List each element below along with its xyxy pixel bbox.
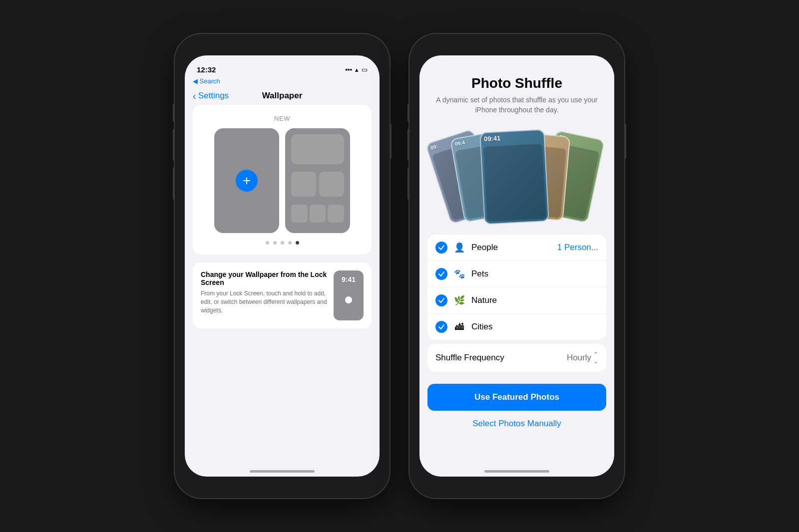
home-indicator-2	[484, 470, 549, 473]
plus-icon: +	[243, 173, 251, 189]
frequency-row[interactable]: Shuffle Frequency Hourly ⌃⌄	[427, 344, 606, 372]
page-dots	[201, 241, 364, 245]
home-indicator	[250, 470, 315, 473]
wallpaper-preview: +	[201, 128, 364, 233]
phone-1: 12:32 ▪▪▪ ▴ ▭ ◀ Search ‹ Settings Wallpa…	[175, 34, 390, 498]
nature-label: Nature	[471, 295, 598, 305]
tip-dot	[345, 296, 352, 303]
mute-button[interactable]	[173, 104, 175, 122]
volume-down-button[interactable]	[173, 168, 175, 200]
back-arrow-icon: ◀	[193, 77, 198, 85]
power-button-2[interactable]	[624, 124, 626, 159]
notch-2	[479, 34, 554, 49]
wallpaper-content: NEW +	[185, 105, 380, 328]
power-button[interactable]	[390, 124, 392, 159]
dot-5[interactable]	[296, 241, 299, 245]
people-label: People	[471, 243, 551, 253]
volume-up-button-2[interactable]	[407, 129, 409, 161]
wifi-icon: ▴	[355, 66, 359, 73]
notch-1	[245, 34, 320, 49]
select-photos-link[interactable]: Select Photos Manually	[419, 415, 614, 439]
dot-3[interactable]	[281, 241, 284, 245]
search-back[interactable]: ◀ Search	[185, 77, 380, 87]
wallpaper-card: NEW +	[193, 105, 372, 255]
home-screen-thumb	[285, 128, 350, 233]
list-item-cities[interactable]: 🏙 Cities	[427, 314, 606, 340]
widget-mid-left	[291, 172, 316, 197]
cities-icon: 🏙	[453, 322, 465, 332]
list-item-pets[interactable]: 🐾 Pets	[427, 261, 606, 287]
new-label: NEW	[201, 115, 364, 122]
shuffle-subtitle: A dynamic set of photos that shuffle as …	[431, 95, 602, 115]
pets-label: Pets	[471, 269, 598, 279]
tip-body: From your Lock Screen, touch and hold to…	[201, 289, 328, 314]
shuffle-photos: 09: 09:4 09:41 9:41	[419, 127, 614, 227]
frequency-text: Hourly	[567, 353, 591, 363]
widget-top	[291, 134, 344, 164]
check-people[interactable]	[435, 242, 447, 254]
status-icons: ▪▪▪ ▴ ▭	[345, 66, 368, 73]
shuffle-screen: Photo Shuffle A dynamic set of photos th…	[419, 55, 614, 477]
check-pets[interactable]	[435, 268, 447, 280]
screen-1: 12:32 ▪▪▪ ▴ ▭ ◀ Search ‹ Settings Wallpa…	[185, 55, 380, 477]
battery-icon: ▭	[362, 66, 368, 73]
frequency-label: Shuffle Frequency	[435, 353, 504, 363]
check-cities[interactable]	[435, 321, 447, 333]
page-title: Wallpaper	[262, 91, 303, 101]
cities-label: Cities	[471, 322, 598, 332]
tip-title: Change your Wallpaper from the Lock Scre…	[201, 270, 328, 286]
photo-card-3: 09:41	[479, 129, 549, 225]
photo-blob-3	[483, 144, 546, 222]
tip-time: 9:41	[342, 275, 356, 283]
signal-icon: ▪▪▪	[345, 66, 352, 73]
tip-text: Change your Wallpaper from the Lock Scre…	[201, 270, 328, 314]
back-label: Settings	[198, 91, 229, 101]
check-nature[interactable]	[435, 294, 447, 306]
list-item-people[interactable]: 👤 People 1 Person...	[427, 235, 606, 261]
frequency-value: Hourly ⌃⌄	[567, 351, 598, 365]
status-time: 12:32	[197, 65, 216, 74]
categories-list: 👤 People 1 Person... 🐾 Pets	[427, 235, 606, 340]
widget-mid	[291, 172, 344, 201]
dot-4[interactable]	[288, 241, 292, 245]
photo-time-3: 09:41	[480, 130, 544, 145]
shuffle-title: Photo Shuffle	[431, 75, 602, 91]
widget-bottom-1	[291, 205, 308, 223]
phone-2: Photo Shuffle A dynamic set of photos th…	[409, 34, 624, 498]
tip-preview: 9:41	[334, 270, 364, 320]
back-button[interactable]: ‹ Settings	[193, 90, 229, 102]
add-wallpaper-button[interactable]: +	[236, 170, 258, 192]
widget-bottom-2	[310, 205, 326, 223]
lock-screen-thumb[interactable]: +	[214, 128, 279, 233]
shuffle-header: Photo Shuffle A dynamic set of photos th…	[419, 55, 614, 123]
dot-2[interactable]	[273, 241, 277, 245]
widget-bottom	[291, 205, 344, 227]
chevron-up-down-icon: ⌃⌄	[593, 351, 598, 365]
widget-mid-right	[319, 172, 344, 197]
volume-up-button[interactable]	[173, 129, 175, 161]
use-featured-photos-button[interactable]: Use Featured Photos	[427, 384, 606, 411]
mute-button-2[interactable]	[407, 104, 409, 122]
people-icon: 👤	[453, 242, 465, 253]
list-item-nature[interactable]: 🌿 Nature	[427, 287, 606, 314]
volume-down-button-2[interactable]	[407, 168, 409, 200]
pets-icon: 🐾	[453, 268, 465, 279]
dot-1[interactable]	[266, 241, 269, 245]
nature-icon: 🌿	[453, 295, 465, 306]
people-detail: 1 Person...	[557, 243, 598, 253]
nav-bar: ‹ Settings Wallpaper	[185, 87, 380, 105]
back-chevron-icon: ‹	[193, 90, 196, 102]
widget-bottom-3	[328, 205, 344, 223]
screen-2: Photo Shuffle A dynamic set of photos th…	[419, 55, 614, 477]
tip-card: Change your Wallpaper from the Lock Scre…	[193, 263, 372, 328]
status-bar: 12:32 ▪▪▪ ▴ ▭	[185, 55, 380, 77]
